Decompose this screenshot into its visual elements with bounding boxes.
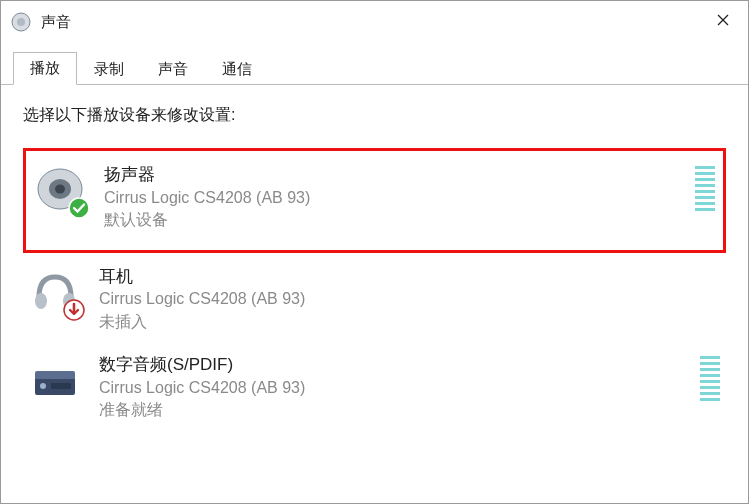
sound-window-icon (9, 10, 33, 34)
level-meter (695, 166, 715, 211)
tab-strip: 播放 录制 声音 通信 (1, 43, 748, 85)
device-text: 数字音频(S/PDIF) Cirrus Logic CS4208 (AB 93)… (99, 353, 690, 422)
sound-settings-window: 声音 播放 录制 声音 通信 选择以下播放设备来修改设置: (0, 0, 749, 504)
tab-sounds[interactable]: 声音 (141, 53, 205, 85)
device-row-spdif[interactable]: 数字音频(S/PDIF) Cirrus Logic CS4208 (AB 93)… (23, 345, 726, 434)
check-badge-icon (68, 197, 90, 219)
headphones-icon (29, 265, 81, 317)
device-name: 扬声器 (104, 163, 685, 187)
titlebar: 声音 (1, 1, 748, 43)
device-name: 数字音频(S/PDIF) (99, 353, 690, 377)
svg-rect-14 (51, 383, 71, 389)
tab-recording[interactable]: 录制 (77, 53, 141, 85)
highlight-box: 扬声器 Cirrus Logic CS4208 (AB 93) 默认设备 (23, 148, 726, 253)
speaker-icon (34, 163, 86, 215)
device-status: 准备就绪 (99, 399, 690, 421)
device-text: 耳机 Cirrus Logic CS4208 (AB 93) 未插入 (99, 265, 720, 334)
device-status: 默认设备 (104, 209, 685, 231)
close-button[interactable] (698, 1, 748, 39)
device-text: 扬声器 Cirrus Logic CS4208 (AB 93) 默认设备 (104, 163, 685, 232)
device-list: 扬声器 Cirrus Logic CS4208 (AB 93) 默认设备 (23, 148, 726, 434)
spdif-icon (29, 353, 81, 405)
device-name: 耳机 (99, 265, 720, 289)
svg-point-6 (55, 185, 65, 194)
device-status: 未插入 (99, 311, 720, 333)
svg-point-7 (69, 198, 89, 218)
device-row-headphones[interactable]: 耳机 Cirrus Logic CS4208 (AB 93) 未插入 (23, 257, 726, 346)
window-title: 声音 (41, 13, 71, 32)
device-driver: Cirrus Logic CS4208 (AB 93) (104, 187, 685, 209)
svg-point-13 (40, 383, 46, 389)
svg-rect-12 (35, 371, 75, 379)
tab-communications[interactable]: 通信 (205, 53, 269, 85)
instruction-text: 选择以下播放设备来修改设置: (23, 105, 726, 126)
tab-playback[interactable]: 播放 (13, 52, 77, 85)
svg-point-8 (35, 293, 47, 309)
tab-content: 选择以下播放设备来修改设置: (1, 85, 748, 503)
device-row-speakers[interactable]: 扬声器 Cirrus Logic CS4208 (AB 93) 默认设备 (28, 155, 721, 244)
device-driver: Cirrus Logic CS4208 (AB 93) (99, 288, 720, 310)
level-meter (700, 356, 720, 401)
svg-point-1 (17, 18, 25, 26)
unplugged-badge-icon (63, 299, 85, 321)
device-driver: Cirrus Logic CS4208 (AB 93) (99, 377, 690, 399)
